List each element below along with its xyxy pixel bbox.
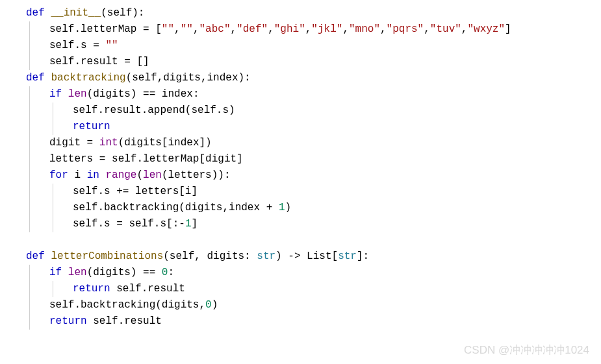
token-str: "tuv"	[430, 21, 461, 38]
token-kw: return	[73, 119, 110, 135]
token-id: s	[222, 103, 229, 119]
token-punct: ]	[505, 21, 511, 38]
token-punct: (	[136, 167, 143, 184]
token-kw: return	[73, 281, 110, 297]
token-punct: ,	[199, 297, 205, 313]
token-kw: def	[26, 70, 45, 86]
token-id: backtracking	[81, 297, 155, 313]
indent-guide	[3, 135, 26, 151]
token-id: digits	[93, 265, 131, 281]
code-line: self.s += letters[i]	[3, 184, 598, 200]
token-builtin: int	[99, 135, 118, 151]
token-kw: if	[49, 86, 62, 103]
token-id: digit	[49, 135, 81, 151]
token-op	[81, 167, 87, 184]
token-punct: (	[179, 200, 185, 216]
code-line: self.letterMap = ["","","abc","def","ghi…	[3, 21, 598, 38]
token-punct: ,	[424, 21, 430, 38]
indent-guide	[3, 38, 26, 54]
token-kw: if	[49, 265, 62, 281]
indent-guide	[3, 200, 26, 216]
token-punct: []	[136, 54, 149, 70]
token-punct: ,	[201, 70, 207, 86]
indent-guide	[49, 103, 73, 119]
token-id: result	[104, 103, 142, 119]
token-id: self	[93, 313, 118, 330]
code-line: self.s = ""	[3, 38, 598, 54]
token-op: =	[81, 135, 99, 151]
token-punct: )	[275, 249, 282, 265]
token-punct: ,	[342, 21, 349, 38]
indent-guide	[3, 184, 26, 200]
token-op	[45, 70, 51, 86]
token-punct: ,	[193, 21, 199, 38]
token-id: self	[132, 70, 157, 86]
indent-guide	[26, 281, 49, 297]
token-punct: ):	[238, 70, 251, 86]
token-fn: backtracking	[51, 70, 125, 86]
indent-guide	[26, 167, 49, 184]
token-str: "jkl"	[311, 21, 342, 38]
token-op: =	[118, 54, 137, 70]
code-line: if len(digits) == index:	[3, 86, 598, 103]
token-id: self	[129, 216, 153, 232]
token-punct: .	[118, 313, 125, 330]
token-id: index	[162, 86, 193, 103]
token-id: digits	[163, 70, 201, 86]
token-op	[45, 5, 51, 21]
token-id: i	[185, 184, 192, 200]
token-punct: (	[126, 70, 133, 86]
token-id: digits	[185, 200, 223, 216]
token-op: =	[136, 21, 155, 38]
code-line: self.result = []	[3, 54, 598, 70]
token-op	[68, 167, 75, 184]
indent-guide	[3, 167, 26, 184]
token-str: ""	[105, 38, 118, 54]
indent-guide	[3, 297, 26, 313]
indent-guide	[3, 86, 26, 103]
token-punct: ,	[380, 21, 387, 38]
indent-guide	[3, 54, 26, 70]
token-punct: ,	[268, 21, 274, 38]
code-line: def backtracking(self,digits,index):	[3, 70, 598, 86]
token-kw: return	[49, 313, 87, 330]
token-id: digit	[205, 151, 237, 167]
token-builtin: len	[143, 167, 162, 184]
token-punct: .	[74, 21, 81, 38]
token-punct: (	[185, 103, 192, 119]
token-punct: ,	[174, 21, 181, 38]
token-str: ""	[181, 21, 193, 38]
token-num: 0	[162, 265, 168, 281]
indent-guide	[26, 86, 49, 103]
token-id: digits	[93, 86, 131, 103]
token-op: =	[110, 216, 129, 232]
token-punct: ,	[194, 249, 207, 265]
token-punct: ,	[157, 70, 164, 86]
token-builtin: len	[68, 265, 87, 281]
token-op: +	[260, 200, 279, 216]
indent-guide	[3, 249, 26, 265]
token-id: index	[168, 135, 199, 151]
token-str: "def"	[237, 21, 268, 38]
token-op: ==	[136, 265, 161, 281]
token-punct: )	[212, 297, 218, 313]
token-builtin: len	[68, 86, 87, 103]
indent-guide	[3, 103, 26, 119]
token-id: letterMap	[81, 21, 136, 38]
token-punct: )):	[212, 167, 231, 184]
token-punct: .	[142, 281, 148, 297]
indent-guide	[26, 265, 49, 281]
token-id: self	[116, 281, 141, 297]
indent-guide	[26, 54, 49, 70]
token-punct: .	[97, 200, 104, 216]
token-op: =	[93, 151, 112, 167]
code-line: return self.result	[3, 313, 598, 330]
token-punct: :	[168, 265, 174, 281]
token-fn: letterCombinations	[51, 249, 163, 265]
token-id: self	[49, 297, 74, 313]
token-id: i	[74, 167, 81, 184]
token-punct: ,	[461, 21, 468, 38]
token-kw: in	[87, 167, 99, 184]
token-id: self	[49, 54, 74, 70]
indent-guide	[49, 216, 73, 232]
